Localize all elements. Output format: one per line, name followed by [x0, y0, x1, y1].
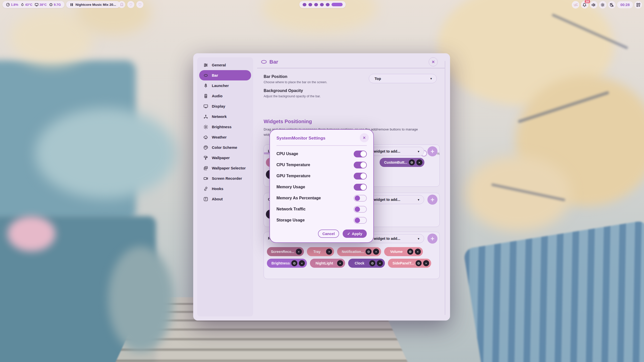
media-player-pill[interactable]: Nightcore Music Mix 20... — [66, 1, 120, 8]
chip-remove-icon[interactable]: × — [326, 249, 332, 255]
memory-as-percentage-toggle[interactable] — [354, 195, 367, 202]
night-light-button[interactable] — [608, 1, 616, 9]
widget-chip-screenrecorder[interactable]: ScreenReco... × — [267, 247, 304, 256]
chip-remove-icon[interactable]: × — [337, 260, 343, 266]
widget-chip-brightness[interactable]: Brightness ⚙ × — [267, 259, 307, 268]
bar-position-description: Choose where to place the bar on the scr… — [264, 80, 327, 84]
toggle-row-cpu-temperature: CPU Temperature — [276, 159, 367, 170]
clock-pill[interactable]: 00:28 — [617, 1, 633, 8]
sidebar-item-audio[interactable]: Audio — [199, 91, 251, 101]
sidebar-item-network[interactable]: Network — [199, 111, 251, 122]
sidebar-item-display[interactable]: Display — [199, 101, 251, 111]
gpu-temperature-toggle[interactable] — [354, 173, 367, 179]
link-icon — [203, 186, 208, 191]
background-opacity-label: Background Opacity — [264, 88, 303, 93]
window-close-button[interactable]: × — [429, 57, 438, 66]
workspace-dot[interactable] — [320, 3, 324, 6]
apply-button[interactable]: ✓ Apply — [343, 230, 367, 238]
top-bar: 1.8% 43°C 38°C 9.7G Nightcore Music Mix … — [0, 0, 644, 9]
cpu-temperature-toggle[interactable] — [354, 162, 367, 168]
content-scroll-divider — [445, 61, 445, 315]
top-bar-right: UC 10 00:28 — [572, 1, 642, 9]
ghost-button[interactable] — [118, 1, 125, 8]
flame-icon — [21, 3, 24, 7]
chip-icon — [49, 3, 53, 7]
chip-settings-icon[interactable]: ⚙ — [369, 260, 375, 266]
ghost-icon — [120, 3, 124, 7]
sidebar-item-wallpaper[interactable]: Wallpaper — [199, 153, 251, 163]
sidebar-item-color-scheme[interactable]: Color Scheme — [199, 142, 251, 153]
cancel-button[interactable]: Cancel — [318, 230, 339, 238]
notifications-button[interactable]: 10 — [581, 1, 588, 9]
page-title: Bar — [261, 59, 278, 65]
wallpaper-water — [35, 108, 176, 199]
grid-plus-icon — [636, 3, 640, 7]
chip-remove-icon[interactable]: × — [423, 260, 429, 266]
tray-app-button[interactable]: UC — [572, 1, 579, 9]
favorite-button[interactable]: ♡ — [127, 1, 134, 8]
widget-chip-nightlight[interactable]: NightLight × — [310, 259, 345, 268]
widget-chip-tray[interactable]: Tray × — [307, 247, 334, 256]
toggle-row-storage-usage: Storage Usage — [276, 215, 367, 226]
brightness-button[interactable] — [599, 1, 607, 9]
network-traffic-toggle[interactable] — [354, 206, 367, 213]
sidebar-item-general[interactable]: General — [199, 60, 251, 70]
chip-settings-icon[interactable]: ⚙ — [366, 249, 372, 255]
chip-remove-icon[interactable]: × — [415, 249, 421, 255]
chip-settings-icon[interactable]: ⚙ — [291, 260, 297, 266]
chevron-down-icon: ▾ — [418, 237, 419, 241]
sidebar-item-launcher[interactable]: Launcher — [199, 80, 251, 91]
sidebar-item-hooks[interactable]: Hooks — [199, 184, 251, 194]
bar-position-dropdown[interactable]: Top ▾ — [369, 74, 437, 83]
system-stats-pill[interactable]: 1.8% 43°C 38°C 9.7G — [3, 1, 64, 8]
volume-button[interactable] — [590, 1, 597, 9]
dashboard-button[interactable] — [634, 1, 642, 9]
chip-settings-icon[interactable]: ⚙ — [416, 260, 422, 266]
workspace-dot[interactable] — [308, 3, 312, 6]
sidebar-item-weather[interactable]: Weather — [199, 132, 251, 142]
center-widgets-add-button[interactable]: + — [427, 195, 437, 205]
workspace-dot[interactable] — [314, 3, 318, 6]
chip-settings-icon[interactable]: ⚙ — [407, 249, 413, 255]
chip-remove-icon[interactable]: × — [416, 159, 422, 165]
chip-remove-icon[interactable]: × — [377, 260, 383, 266]
chip-remove-icon[interactable]: × — [299, 260, 305, 266]
widget-chip-volume[interactable]: Volume ⚙ × — [384, 247, 423, 256]
oval-icon — [261, 60, 267, 64]
widget-chip-sidepanel[interactable]: SidePanelT... ⚙ × — [388, 259, 431, 268]
workspace-dot-active[interactable] — [332, 3, 343, 6]
workspace-dot[interactable] — [326, 3, 330, 6]
cpu-usage-toggle[interactable] — [354, 151, 367, 157]
widget-chip-clock[interactable]: Clock ⚙ × — [348, 259, 385, 268]
sidebar-item-screen-recorder[interactable]: Screen Recorder — [199, 173, 251, 184]
gauge-icon — [6, 3, 10, 7]
sidebar-item-about[interactable]: About — [199, 194, 251, 204]
widget-chip-custombutton[interactable]: CustomButt... ⚙ × — [380, 158, 424, 167]
chip-remove-icon[interactable]: × — [296, 249, 302, 255]
left-widgets-add-button[interactable]: + — [427, 146, 437, 156]
workspace-indicator[interactable] — [299, 1, 346, 8]
chevron-down-icon: ▾ — [418, 198, 419, 202]
right-widgets-add-button[interactable]: + — [427, 234, 437, 244]
sidebar-item-wallpaper-selector[interactable]: Wallpaper Selector — [199, 163, 251, 173]
memory-usage-toggle[interactable] — [354, 184, 367, 191]
workspace-dot[interactable] — [303, 3, 306, 6]
paint-roller-icon — [203, 155, 208, 160]
chevron-down-icon: ▾ — [418, 150, 419, 153]
chip-settings-icon[interactable]: ⚙ — [409, 159, 415, 165]
sidebar-item-brightness[interactable]: Brightness — [199, 122, 251, 132]
dialog-close-button[interactable]: × — [360, 133, 369, 142]
speaker-box-icon — [203, 94, 208, 99]
widget-chip-notification[interactable]: Notification... ⚙ × — [337, 247, 381, 256]
like-button[interactable]: ♡ — [136, 1, 143, 8]
palette-icon — [203, 145, 208, 150]
sidebar-item-bar[interactable]: Bar — [199, 70, 251, 80]
monitor-icon — [35, 3, 38, 7]
sun-icon — [600, 3, 605, 7]
images-icon — [203, 166, 208, 171]
chip-remove-icon[interactable]: × — [373, 249, 379, 255]
toggle-thumb — [355, 207, 360, 212]
storage-usage-toggle[interactable] — [354, 217, 367, 224]
tray-app-icon: UC — [574, 3, 578, 7]
cpu-temp-stat: 43°C — [21, 3, 32, 7]
